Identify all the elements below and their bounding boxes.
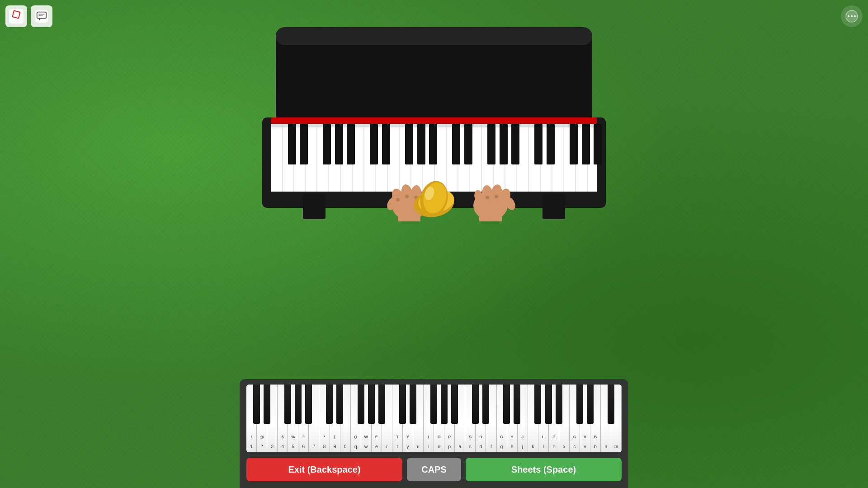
piano-visual (249, 27, 619, 223)
mini-key-8[interactable]: * 8 (319, 385, 330, 452)
caps-button[interactable]: CAPS (407, 458, 461, 481)
menu-button[interactable] (841, 5, 863, 27)
svg-rect-53 (417, 124, 425, 164)
svg-rect-62 (570, 124, 578, 164)
svg-rect-46 (300, 124, 308, 164)
svg-rect-51 (382, 124, 390, 164)
mini-key-t[interactable]: T t (392, 385, 403, 452)
svg-rect-64 (594, 124, 602, 164)
mini-key-y[interactable]: Y y (403, 385, 413, 452)
mini-key-7[interactable]: 7 (309, 385, 319, 452)
mini-key-e[interactable]: E e (372, 385, 382, 452)
svg-rect-15 (271, 117, 597, 124)
mini-key-c[interactable]: C c (570, 385, 580, 452)
svg-rect-63 (582, 124, 590, 164)
mini-key-b[interactable]: B b (590, 385, 601, 452)
mini-key-2[interactable]: @ 2 (257, 385, 267, 452)
chat-button[interactable] (31, 5, 52, 27)
svg-rect-60 (534, 124, 542, 164)
svg-rect-13 (276, 27, 592, 45)
mini-key-g[interactable]: G g (497, 385, 507, 452)
svg-point-75 (396, 198, 400, 202)
mini-keyboard: ! 1 @ 2 3 $ 4 % 5 ^ 6 7 * 8 ( 9 0 (246, 385, 622, 452)
mini-key-w[interactable]: W w (361, 385, 372, 452)
svg-rect-50 (370, 124, 378, 164)
mini-key-d[interactable]: D d (476, 385, 486, 452)
mini-key-j[interactable]: J j (518, 385, 528, 452)
sheets-button[interactable]: Sheets (Space) (466, 458, 622, 481)
svg-point-10 (851, 15, 853, 17)
svg-rect-58 (500, 124, 508, 164)
mini-key-f[interactable]: f (486, 385, 496, 452)
mini-key-0[interactable]: 0 (340, 385, 351, 452)
svg-rect-57 (487, 124, 495, 164)
mini-key-1[interactable]: ! 1 (246, 385, 257, 452)
mini-key-z[interactable]: Z z (549, 385, 559, 452)
mini-key-s[interactable]: S s (465, 385, 476, 452)
svg-rect-54 (429, 124, 437, 164)
svg-rect-61 (547, 124, 555, 164)
roblox-icon (9, 9, 24, 23)
mini-key-h[interactable]: H h (507, 385, 518, 452)
mini-key-a[interactable]: a (455, 385, 465, 452)
chat-icon (35, 10, 48, 23)
mini-key-3[interactable]: 3 (267, 385, 278, 452)
bottom-buttons: Exit (Backspace) CAPS Sheets (Space) (246, 458, 622, 481)
mini-key-q[interactable]: Q q (351, 385, 361, 452)
svg-point-76 (405, 195, 409, 198)
mini-key-5[interactable]: % 5 (288, 385, 298, 452)
mini-key-o[interactable]: O o (434, 385, 444, 452)
svg-rect-65 (303, 194, 326, 219)
mini-key-r[interactable]: r (382, 385, 392, 452)
svg-point-9 (848, 15, 849, 17)
svg-rect-59 (511, 124, 519, 164)
exit-button[interactable]: Exit (Backspace) (246, 458, 402, 481)
roblox-logo-button[interactable] (5, 5, 27, 27)
svg-point-86 (486, 196, 489, 199)
svg-rect-45 (288, 124, 296, 164)
mini-key-i[interactable]: I i (424, 385, 434, 452)
svg-rect-48 (335, 124, 343, 164)
svg-rect-49 (347, 124, 355, 164)
mini-key-k[interactable]: k (528, 385, 538, 452)
svg-point-11 (854, 15, 856, 17)
mini-keys-container: ! 1 @ 2 3 $ 4 % 5 ^ 6 7 * 8 ( 9 0 (246, 385, 622, 452)
mini-key-9[interactable]: ( 9 (330, 385, 340, 452)
svg-rect-47 (323, 124, 331, 164)
piano-svg (249, 27, 619, 221)
mini-key-l[interactable]: L l (538, 385, 549, 452)
mini-key-x[interactable]: x (559, 385, 570, 452)
mini-key-n[interactable]: n (601, 385, 611, 452)
ellipsis-icon (845, 10, 858, 23)
mini-key-4[interactable]: $ 4 (278, 385, 288, 452)
mini-key-p[interactable]: P p (444, 385, 455, 452)
svg-rect-52 (405, 124, 413, 164)
bottom-panel: ! 1 @ 2 3 $ 4 % 5 ^ 6 7 * 8 ( 9 0 (240, 379, 628, 488)
mini-key-u[interactable]: u (413, 385, 424, 452)
mini-key-m[interactable]: m (611, 385, 622, 452)
top-right-icons (841, 5, 863, 27)
svg-point-87 (495, 195, 498, 198)
svg-rect-56 (464, 124, 472, 164)
svg-rect-66 (542, 194, 565, 219)
mini-key-6[interactable]: ^ 6 (298, 385, 309, 452)
svg-rect-55 (452, 124, 460, 164)
mini-key-v[interactable]: V v (580, 385, 590, 452)
top-left-icons (5, 5, 52, 27)
